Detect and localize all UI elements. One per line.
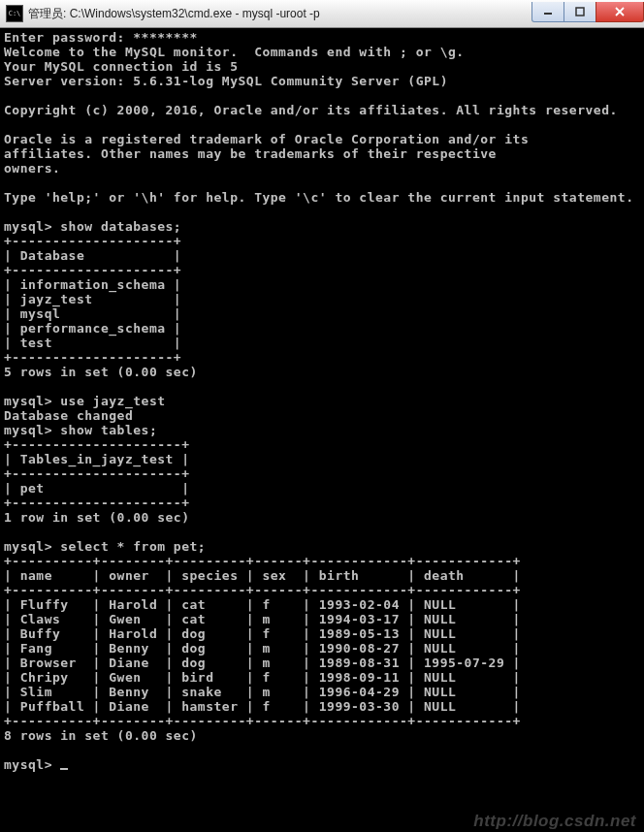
window-title: 管理员: C:\Windows\system32\cmd.exe - mysql… (28, 6, 532, 22)
svg-rect-1 (576, 8, 584, 16)
maximize-button[interactable] (564, 2, 596, 22)
cmd-window: C:\ 管理员: C:\Windows\system32\cmd.exe - m… (0, 0, 644, 832)
minimize-icon (543, 7, 553, 16)
cursor-icon (60, 768, 68, 770)
maximize-icon (575, 7, 585, 16)
watermark-text: http://blog.csdn.net (473, 814, 636, 828)
close-button[interactable] (596, 2, 644, 22)
terminal-output[interactable]: Enter password: ******** Welcome to the … (0, 28, 644, 832)
window-controls (532, 2, 644, 21)
minimize-button[interactable] (531, 2, 564, 22)
terminal-text: Enter password: ******** Welcome to the … (4, 30, 633, 772)
titlebar[interactable]: C:\ 管理员: C:\Windows\system32\cmd.exe - m… (0, 0, 644, 28)
close-icon (615, 7, 625, 16)
cmd-icon: C:\ (6, 5, 23, 22)
